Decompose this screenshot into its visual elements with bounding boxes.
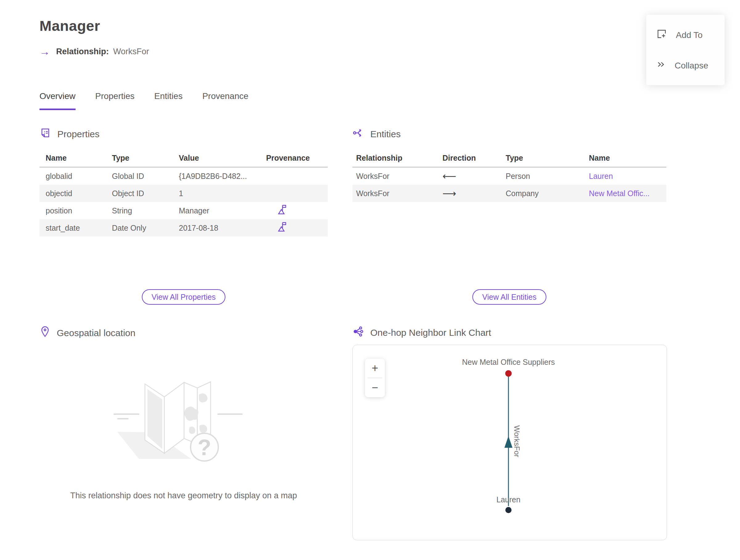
zoom-out-button[interactable]: − <box>365 378 385 397</box>
prop-name: objectid <box>39 189 112 198</box>
view-all-properties-wrap: View All Properties <box>39 289 328 305</box>
properties-table: Name Type Value Provenance globalid Glob… <box>39 153 328 237</box>
direction-arrow-icon: ⟶ <box>443 188 506 199</box>
edge-label: WorksFor <box>513 425 521 457</box>
prop-type: String <box>112 206 179 215</box>
one-hop-link-chart-panel[interactable]: New Metal Office Suppliers WorksFor Laur… <box>352 345 667 540</box>
entity-type: Person <box>506 172 589 181</box>
tab-bar: Overview Properties Entities Provenance <box>39 91 249 110</box>
bottom-node-label: Lauren <box>496 495 521 504</box>
entity-relationship: WorksFor <box>352 189 443 198</box>
col-provenance: Provenance <box>266 153 328 163</box>
top-node-label: New Metal Office Suppliers <box>462 358 555 366</box>
svg-text:?: ? <box>198 435 211 460</box>
direction-arrow-icon: ⟵ <box>443 171 506 182</box>
zoom-control: + − <box>365 359 385 397</box>
page-title: Manager <box>39 17 100 34</box>
one-hop-hub-icon <box>352 325 364 340</box>
table-row: start_date Date Only 2017-08-18 <box>39 219 328 237</box>
col-direction: Direction <box>443 153 506 163</box>
relationship-value: WorksFor <box>113 47 149 57</box>
view-all-entities-button[interactable]: View All Entities <box>472 289 546 305</box>
tab-properties[interactable]: Properties <box>95 91 135 110</box>
link-chart-section-header: One-hop Neighbor Link Chart <box>352 325 491 340</box>
entity-name-link[interactable]: New Metal Offic... <box>589 189 666 198</box>
geospatial-section-title: Geospatial location <box>57 328 135 338</box>
entities-link-icon <box>352 127 364 141</box>
edge-direction-arrow <box>504 436 513 448</box>
prop-provenance <box>266 221 328 235</box>
col-type: Type <box>112 153 179 163</box>
no-geometry-message: This relationship does not have geometry… <box>39 491 328 500</box>
properties-form-icon <box>39 127 51 141</box>
prop-value: Manager <box>179 206 266 215</box>
relationship-subtitle: → Relationship: WorksFor <box>39 46 149 57</box>
entities-section-header: Entities <box>352 127 400 141</box>
relationship-arrow-icon: → <box>39 46 50 57</box>
col-name: Name <box>39 153 112 163</box>
relationship-label: Relationship: <box>56 47 109 57</box>
col-value: Value <box>179 153 266 163</box>
entity-relationship: WorksFor <box>352 172 443 181</box>
tab-provenance[interactable]: Provenance <box>202 91 248 110</box>
prop-type: Object ID <box>112 189 179 198</box>
prop-value: 2017-08-18 <box>179 223 266 232</box>
prop-name: start_date <box>39 223 112 232</box>
table-row: globalid Global ID {1A9DB2B6-D482... <box>39 168 328 185</box>
table-row: WorksFor ⟵ Person Lauren <box>352 168 666 185</box>
provenance-flag-icon[interactable] <box>277 203 288 218</box>
link-chart-section-title: One-hop Neighbor Link Chart <box>370 328 491 338</box>
prop-name: globalid <box>39 172 112 181</box>
entity-type: Company <box>506 189 589 198</box>
link-chart-canvas: New Metal Office Suppliers WorksFor Laur… <box>353 345 666 539</box>
properties-section-header: Properties <box>39 127 100 141</box>
col-relationship: Relationship <box>352 153 443 163</box>
entities-table-header: Relationship Direction Type Name <box>352 153 666 168</box>
view-all-properties-button[interactable]: View All Properties <box>142 289 226 305</box>
relationship-detail-page: Manager → Relationship: WorksFor Add To <box>0 0 740 560</box>
entity-name-link[interactable]: Lauren <box>589 172 666 181</box>
table-row: position String Manager <box>39 202 328 219</box>
prop-type: Global ID <box>112 172 179 181</box>
collapse-label: Collapse <box>675 61 708 71</box>
properties-table-header: Name Type Value Provenance <box>39 153 328 168</box>
col-name: Name <box>589 153 666 163</box>
view-all-entities-wrap: View All Entities <box>352 289 666 305</box>
company-node[interactable] <box>505 370 512 377</box>
add-to-label: Add To <box>676 30 703 40</box>
person-node[interactable] <box>505 507 512 513</box>
prop-provenance <box>266 203 328 218</box>
entities-table: Relationship Direction Type Name WorksFo… <box>352 153 666 202</box>
map-pin-icon <box>39 325 51 340</box>
properties-section-title: Properties <box>57 129 100 139</box>
table-row: WorksFor ⟶ Company New Metal Offic... <box>352 185 666 202</box>
add-to-icon <box>656 28 667 41</box>
prop-name: position <box>39 206 112 215</box>
collapse-button[interactable]: Collapse <box>646 53 725 78</box>
no-geometry-map-illustration: ? <box>88 355 279 488</box>
tab-overview[interactable]: Overview <box>39 91 76 110</box>
add-to-button[interactable]: Add To <box>646 22 725 48</box>
provenance-flag-icon[interactable] <box>277 221 288 235</box>
prop-type: Date Only <box>112 223 179 232</box>
col-type: Type <box>506 153 589 163</box>
zoom-in-button[interactable]: + <box>365 359 385 378</box>
geospatial-section-header: Geospatial location <box>39 325 135 340</box>
prop-value: {1A9DB2B6-D482... <box>179 172 266 181</box>
actions-menu: Add To Collapse <box>646 15 725 85</box>
collapse-double-chevron-icon <box>656 60 666 72</box>
entities-section-title: Entities <box>370 129 400 139</box>
prop-value: 1 <box>179 189 266 198</box>
tab-entities[interactable]: Entities <box>154 91 183 110</box>
table-row: objectid Object ID 1 <box>39 185 328 202</box>
